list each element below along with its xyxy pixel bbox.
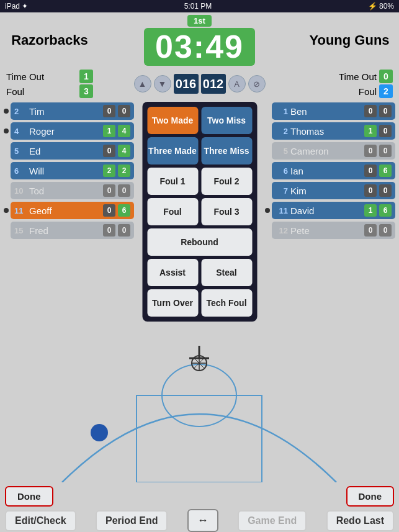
player-card[interactable]: 00Cameron5 <box>272 142 395 160</box>
player-card[interactable]: 01Thomas2 <box>272 122 395 140</box>
player-card[interactable]: 00Ben1 <box>272 102 395 120</box>
list-item[interactable]: 60Ian6 <box>265 161 395 180</box>
player-bullet <box>4 128 9 133</box>
two-made-btn[interactable]: Two Made <box>147 107 198 134</box>
player-card[interactable]: 6Will22 <box>11 162 134 179</box>
team1-timeout-label: Time Out <box>6 71 77 82</box>
team2-foul-row: 2 Foul <box>306 84 393 98</box>
action-row-5: Rebound <box>147 228 252 256</box>
player-name: Ben <box>290 106 362 117</box>
rebound-btn[interactable]: Rebound <box>147 228 252 256</box>
player-name: Will <box>29 166 101 176</box>
timer-display[interactable]: 03:49 <box>144 28 255 66</box>
reset-a-btn[interactable]: A <box>228 75 246 92</box>
foul-btn[interactable]: Foul <box>147 198 198 225</box>
player-stat2: 6 <box>379 165 392 177</box>
player-bullet <box>265 228 270 233</box>
player-name: David <box>290 205 362 216</box>
list-item[interactable]: 61David11 <box>265 201 395 220</box>
list-item[interactable]: 00Cameron5 <box>265 142 395 160</box>
action-panel: Two Made Two Miss Three Made Three Miss … <box>142 102 257 322</box>
team1-stats: Time Out 1 Foul 3 <box>6 70 93 98</box>
list-item[interactable]: 00Pete12 <box>265 221 395 240</box>
player-card[interactable]: 15Fred00 <box>11 222 134 239</box>
player-number: 5 <box>276 147 288 156</box>
list-item[interactable]: 4Roger14 <box>4 122 134 140</box>
swap-btn[interactable]: ↔ <box>187 509 218 532</box>
team2-players: 00Ben101Thomas200Cameron560Ian600Kim761D… <box>265 102 395 240</box>
court-svg <box>0 346 399 482</box>
done-btn-right[interactable]: Done <box>346 486 395 507</box>
player-stat1: 0 <box>364 165 377 177</box>
player-bullet <box>4 168 9 173</box>
player-card[interactable]: 10Tod00 <box>11 182 134 199</box>
player-stat1: 0 <box>103 224 115 237</box>
edit-check-btn[interactable]: Edit/Check <box>5 510 76 531</box>
player-name: Thomas <box>290 126 362 137</box>
list-item[interactable]: 5Ed04 <box>4 142 134 160</box>
player-stat1: 1 <box>364 125 377 137</box>
foul3-btn[interactable]: Foul 3 <box>201 198 252 225</box>
players-area: 2Tim004Roger145Ed046Will2210Tod0011Geoff… <box>0 102 399 240</box>
steal-btn[interactable]: Steal <box>201 259 252 286</box>
player-number: 12 <box>276 226 288 235</box>
team2-name: Young Guns <box>306 32 393 48</box>
player-card[interactable]: 4Roger14 <box>11 122 134 140</box>
list-item[interactable]: 00Ben1 <box>265 102 395 120</box>
score-down-btn[interactable]: ▼ <box>154 75 171 92</box>
list-item[interactable]: 11Geoff06 <box>4 201 134 220</box>
svg-point-10 <box>91 424 108 441</box>
player-stat2: 0 <box>118 105 130 117</box>
action-row-3: Foul 1 Foul 2 <box>147 168 252 195</box>
player-card[interactable]: 61David11 <box>272 202 395 219</box>
player-name: Ian <box>290 166 362 176</box>
team2-foul-badge[interactable]: 2 <box>379 84 393 98</box>
list-item[interactable]: 2Tim00 <box>4 102 134 120</box>
redo-last-btn[interactable]: Redo Last <box>326 510 394 531</box>
player-name: Tod <box>29 186 101 196</box>
player-number: 10 <box>14 186 27 196</box>
player-card[interactable]: 11Geoff06 <box>11 202 134 219</box>
player-card[interactable]: 5Ed04 <box>11 142 134 160</box>
team1-timeout-badge[interactable]: 1 <box>79 70 93 83</box>
reset-c-btn[interactable]: ⊘ <box>248 75 266 92</box>
assist-btn[interactable]: Assist <box>147 259 198 286</box>
player-stat2: 0 <box>379 125 392 137</box>
three-made-btn[interactable]: Three Made <box>147 137 198 165</box>
bottom-row-2: Edit/Check Period End ↔ Game End Redo La… <box>5 509 394 532</box>
player-number: 5 <box>14 147 27 156</box>
player-card[interactable]: 00Kim7 <box>272 182 395 199</box>
player-bullet <box>265 208 270 213</box>
list-item[interactable]: 10Tod00 <box>4 181 134 200</box>
bottom-bar: Done Done Edit/Check Period End ↔ Game E… <box>0 482 399 532</box>
tech-foul-btn[interactable]: Tech Foul <box>201 289 252 317</box>
player-number: 2 <box>276 127 288 136</box>
team2-timeout-badge[interactable]: 0 <box>379 70 393 83</box>
two-miss-btn[interactable]: Two Miss <box>201 107 252 134</box>
done-btn-left[interactable]: Done <box>5 486 53 507</box>
game-end-btn[interactable]: Game End <box>238 510 307 531</box>
three-miss-btn[interactable]: Three Miss <box>201 137 252 165</box>
list-item[interactable]: 00Kim7 <box>265 181 395 200</box>
team1-players: 2Tim004Roger145Ed046Will2210Tod0011Geoff… <box>4 102 134 240</box>
period-badge[interactable]: 1st <box>187 15 212 27</box>
timer-section: 1st 03:49 <box>144 15 255 66</box>
player-number: 11 <box>276 206 288 215</box>
foul1-btn[interactable]: Foul 1 <box>147 168 198 195</box>
foul2-btn[interactable]: Foul 2 <box>201 168 252 195</box>
player-card[interactable]: 2Tim00 <box>11 102 134 120</box>
player-stat2: 0 <box>379 105 392 117</box>
score-up-btn[interactable]: ▲ <box>134 75 151 92</box>
player-bullet <box>4 109 9 114</box>
player-card[interactable]: 60Ian6 <box>272 162 395 179</box>
team2-timeout-label: Time Out <box>306 71 377 82</box>
player-name: Cameron <box>290 146 362 156</box>
turnover-btn[interactable]: Turn Over <box>147 289 198 317</box>
player-card[interactable]: 00Pete12 <box>272 222 395 239</box>
team1-foul-badge[interactable]: 3 <box>79 84 93 98</box>
list-item[interactable]: 6Will22 <box>4 161 134 180</box>
list-item[interactable]: 01Thomas2 <box>265 122 395 140</box>
list-item[interactable]: 15Fred00 <box>4 221 134 240</box>
player-bullet <box>265 188 270 193</box>
period-end-btn[interactable]: Period End <box>96 510 168 531</box>
